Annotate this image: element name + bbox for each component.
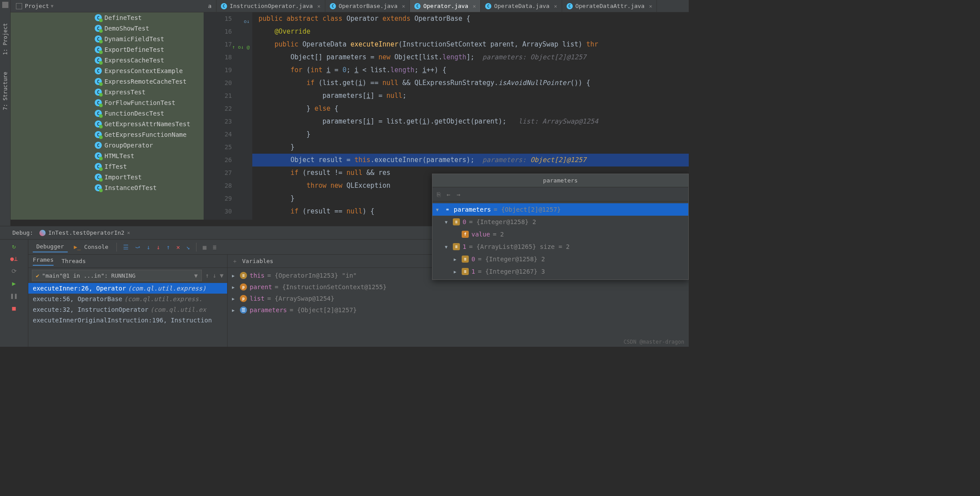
line-number[interactable]: 27	[204, 167, 232, 179]
tree-item[interactable]: CFunctionDescTest	[11, 108, 204, 119]
expand-icon[interactable]: ▼	[445, 244, 450, 249]
frames-tab[interactable]: Frames	[33, 256, 54, 266]
threads-tab[interactable]: Threads	[62, 258, 86, 264]
tree-item[interactable]: CImportTest	[11, 172, 204, 182]
close-icon[interactable]: ✕	[127, 230, 130, 236]
expand-icon[interactable]: ▶	[232, 296, 237, 301]
tree-item[interactable]: CGroupOperator	[11, 140, 204, 151]
add-watch-icon[interactable]: ＋	[232, 257, 238, 265]
frame-list[interactable]: executeInner:26, Operator(com.ql.util.ex…	[28, 283, 227, 347]
popup-fwd-icon[interactable]: →	[456, 191, 460, 198]
frame-row[interactable]: executeInnerOriginalInstruction:196, Ins…	[28, 315, 227, 326]
variable-row[interactable]: ▶pparent = {InstructionSetContext@1255}	[228, 281, 689, 293]
expand-icon[interactable]: ▼	[436, 207, 441, 212]
project-tool-button[interactable]: 1: Project	[2, 21, 8, 57]
stop-icon[interactable]: ■	[10, 304, 18, 312]
tree-item[interactable]: CHTMLTest	[11, 151, 204, 161]
tree-item[interactable]: CDynamicFieldTest	[11, 34, 204, 44]
line-number[interactable]: 15o↓	[204, 12, 232, 25]
tree-item[interactable]: CDemoShowTest	[11, 23, 204, 34]
expand-icon[interactable]: ▶	[232, 308, 237, 313]
step-over-icon[interactable]: ⤻	[133, 244, 142, 251]
expand-icon[interactable]: ▼	[445, 220, 450, 225]
filter-icon[interactable]: ▼	[220, 272, 224, 279]
project-tree[interactable]: CDefineTestCDemoShowTestCDynamicFieldTes…	[11, 12, 204, 220]
next-frame-icon[interactable]: ↓	[212, 272, 216, 279]
code-line[interactable]: for (int i = 0; i < list.length; i++) {	[252, 64, 689, 77]
tree-item[interactable]: CExpressTest	[11, 87, 204, 97]
close-icon[interactable]: ✕	[402, 3, 405, 9]
editor-tab[interactable]: a	[204, 0, 216, 12]
expand-icon[interactable]: ▶	[454, 257, 459, 262]
expand-icon[interactable]: ▶	[454, 269, 459, 274]
variable-row[interactable]: ▼≡1 = {ArrayList@1265} size = 2	[432, 240, 688, 253]
tree-item[interactable]: CForFlowFunctionTest	[11, 97, 204, 108]
frame-row[interactable]: execute:32, InstructionOperator(com.ql.u…	[28, 304, 227, 315]
debugger-tab[interactable]: Debugger	[33, 241, 68, 252]
line-number[interactable]: 24	[204, 128, 232, 141]
frame-row[interactable]: execute:56, OperatorBase(com.ql.util.exp…	[28, 294, 227, 304]
tree-item[interactable]: CInstanceOfTest	[11, 182, 204, 193]
line-number[interactable]: 18	[204, 51, 232, 64]
close-icon[interactable]: ✕	[649, 3, 652, 9]
run-to-cursor-icon[interactable]: ↘	[185, 244, 192, 251]
rerun-icon[interactable]: ↻	[10, 242, 18, 250]
line-number[interactable]: 25	[204, 141, 232, 154]
expand-icon[interactable]: ▶	[232, 285, 237, 290]
variable-row[interactable]: ▶≡1 = {Integer@1267} 3	[432, 265, 688, 278]
project-dropdown[interactable]: Project	[25, 3, 49, 9]
layout-icon[interactable]: ⟳	[10, 267, 18, 275]
tree-item[interactable]: CIfTest	[11, 161, 204, 172]
step-into-icon[interactable]: ↓	[145, 244, 152, 251]
variable-row[interactable]: ▶plist = {ArraySwap@1254}	[228, 293, 689, 304]
tree-item[interactable]: CExpressContextExample	[11, 66, 204, 76]
line-number[interactable]: 21	[204, 89, 232, 102]
variable-row[interactable]: ▼∞parameters = {Object[2]@1257}	[432, 203, 688, 216]
code-line[interactable]: public OperateData executeInner(Instruct…	[252, 38, 689, 51]
popup-pin-icon[interactable]: ⎘	[437, 191, 440, 198]
variable-row[interactable]: ▼≡0 = {Integer@1258} 2	[432, 216, 688, 228]
popup-tree[interactable]: ▼∞parameters = {Object[2]@1257}▼≡0 = {In…	[432, 202, 688, 279]
thread-dropdown[interactable]: ✔ "main"@1 in ...in": RUNNING ▼	[32, 270, 202, 281]
tree-item[interactable]: CExpressCacheTest	[11, 55, 204, 66]
frame-row[interactable]: executeInner:26, Operator(com.ql.util.ex…	[28, 283, 227, 294]
trace-icon[interactable]: ≣	[211, 244, 218, 251]
editor-tab[interactable]: COperateData.java✕	[481, 0, 562, 12]
line-number[interactable]: 17↑ o↓ @	[204, 38, 232, 51]
line-number[interactable]: 28	[204, 179, 232, 192]
code-line[interactable]: @Override	[252, 25, 689, 38]
code-line[interactable]: if (list.get(i) == null && QLExpressRunS…	[252, 77, 689, 89]
code-line[interactable]: public abstract class Operator extends O…	[252, 12, 689, 25]
line-number[interactable]: 30	[204, 205, 232, 218]
variable-row[interactable]: ▶≡0 = {Integer@1258} 2	[432, 253, 688, 265]
structure-tool-button[interactable]: 7: Structure	[2, 70, 8, 112]
variable-row[interactable]: fvalue = 2	[432, 228, 688, 240]
code-line[interactable]: Object[] parameters = new Object[list.le…	[252, 51, 689, 64]
tree-item[interactable]: CGetExpressFunctionName	[11, 129, 204, 140]
code-line[interactable]: } else {	[252, 102, 689, 115]
tree-item[interactable]: CExpressRemoteCacheTest	[11, 76, 204, 87]
line-number[interactable]: 29	[204, 192, 232, 205]
prev-frame-icon[interactable]: ↑	[205, 272, 209, 279]
editor-tab[interactable]: COperateDataAttr.java✕	[562, 0, 657, 12]
show-exec-point-icon[interactable]: ☰	[121, 244, 131, 251]
variable-row[interactable]: ▶☰parameters = {Object[2]@1257}	[228, 304, 689, 316]
tree-item[interactable]: CGetExpressAttrNamesTest	[11, 119, 204, 129]
editor-tab[interactable]: COperatorBase.java✕	[325, 0, 410, 12]
line-number[interactable]: 20	[204, 77, 232, 89]
drop-frame-icon[interactable]: ✕	[174, 244, 181, 251]
line-number[interactable]: 26	[204, 154, 232, 167]
force-step-into-icon[interactable]: ↓	[154, 244, 162, 251]
step-out-icon[interactable]: ↑	[165, 244, 172, 251]
line-number[interactable]: 16	[204, 25, 232, 38]
code-line[interactable]: parameters[i] = list.get(i).getObject(pa…	[252, 115, 689, 128]
tree-item[interactable]: CDefineTest	[11, 12, 204, 23]
tree-item[interactable]: CExportDefineTest	[11, 44, 204, 55]
line-number[interactable]: 19	[204, 64, 232, 77]
editor-tab[interactable]: CInstructionOperator.java✕	[216, 0, 325, 12]
code-line[interactable]: }	[252, 141, 689, 154]
breakpoint-toggle-icon[interactable]: ●⟂	[10, 255, 18, 263]
line-number[interactable]: 23	[204, 115, 232, 128]
debug-session-tab[interactable]: InTest.testOperatorIn2 ✕	[39, 229, 130, 236]
expand-icon[interactable]: ▶	[232, 273, 237, 278]
